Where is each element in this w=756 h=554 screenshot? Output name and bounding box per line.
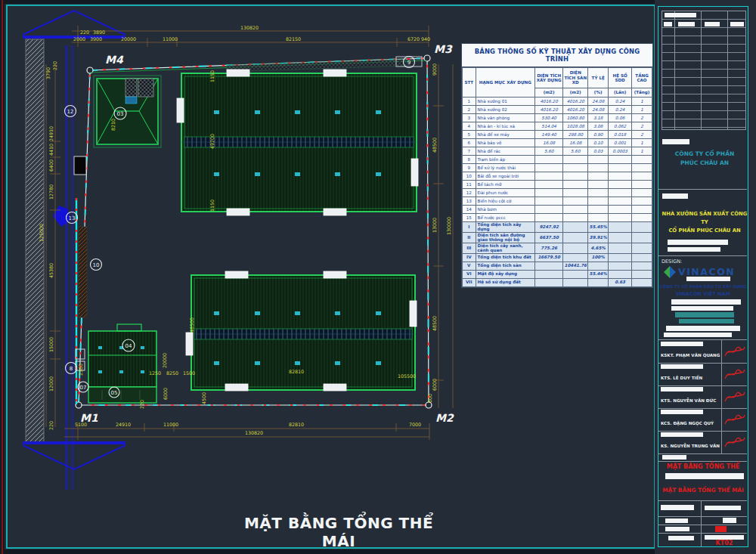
dim-label: 11000 [163,36,178,42]
cell-dtsan [563,270,588,278]
cell-name: Nhà để xe máy [476,131,535,139]
dim-label: 11000 [163,422,178,427]
cell-dtxd [535,172,563,181]
cell-dtxd: 514.04 [535,122,563,131]
cell-heso [609,243,632,253]
summary-row: IV Tổng diện tích khu đất 16679.50 100% [463,253,652,262]
cell-dtxd [535,164,563,172]
cell-tyle [588,156,609,164]
cell-name: Nhà văn phòng [476,114,535,122]
drawing-title: MẶT BẰNG TỔNG THỂ MÁI [227,514,451,554]
cell-dtsan [563,189,588,197]
cell-heso [609,222,632,233]
cell-stt: 12 [463,189,476,197]
cell-name: Nhà bơm [476,206,535,214]
svg-text:9: 9 [407,60,411,66]
summary-row: II Diện tích sân đường giao thông nội bộ… [463,232,652,243]
cell-tyle: 24.08 [588,106,609,114]
sheet-title: MẶT BẰNG TỔNG THỂ MÁI [658,487,748,494]
spec-table-summary: I Tổng diện tích xây dựng 9247.92 55.45%… [463,222,652,287]
cell-tang [632,214,652,222]
cell-heso [609,189,632,197]
signature-row: KS. NGUYỄN TRUNG VĂN [658,431,747,454]
cell-tyle: 100% [588,253,609,262]
cell-name: Diện tích cây xanh, cảnh quan [476,243,535,253]
col-header-dtsan: DIỆN TÍCH SÀN XD [563,68,588,88]
vinacon-logo-icon [664,266,676,278]
cell-stt: 9 [463,164,476,172]
cell-stt: 8 [463,156,476,164]
table-row: 9 Bể xử lý nước thải [463,164,652,172]
design-company-line1: CÔNG TY CỔ PHẦN ĐẦU TƯ XÂY DỰNG [658,284,748,289]
cell-dtxd [535,197,563,206]
cell-tyle: 3.08 [588,122,609,131]
unit-pct: (%) [588,88,609,97]
signer-name: KTS. LÊ DUY TIẾN [661,376,702,380]
cell-tyle: 0.03 [588,147,609,156]
cell-heso [609,214,632,222]
signer-name: KCS. ĐẶNG NGỌC QUÝ [661,421,714,426]
dim-label: 130000 [446,217,451,235]
svg-text:12: 12 [67,109,74,115]
cell-tang [632,164,652,172]
signature-scribble [723,388,746,406]
building-04-roof [88,324,156,387]
cell-heso [609,197,632,206]
cell-heso [609,164,632,172]
cell-tyle: 0.10 [588,139,609,147]
summary-row: V Tổng diện tích sàn 10441.76 [463,262,652,270]
svg-text:13: 13 [69,215,76,221]
cell-tyle [588,214,609,222]
cell-tang [632,181,652,189]
dim-label: 4410 [48,144,54,156]
dim-label: 82150 [286,36,301,42]
table-row: 3 Nhà văn phòng 530.40 1060.80 3.18 0.06… [463,114,652,122]
cell-dtsan: 298.80 [563,131,588,139]
cell-tyle [588,181,609,189]
dim-label: 3790 [45,67,51,79]
cell-stt: 1 [463,97,476,106]
summary-row: VI Mật độ xây dựng 55.44% [463,270,652,278]
dim-label: 24910 [116,422,131,427]
cell-dtsan [563,197,588,206]
cell-heso [609,262,632,270]
cell-dtsan: 1028.08 [563,122,588,131]
cell-tang [632,278,652,286]
dim-label: 20000 [162,353,167,368]
cell-tang [632,243,652,253]
dim-label: 105500 [398,373,416,379]
unit-m2: (m2) [563,88,588,97]
design-label: DESIGN: [662,258,682,265]
table-row: 6 Nhà bảo vệ 16.08 16.08 0.10 0.001 1 [463,139,652,147]
building-05-roof [88,387,156,403]
cell-heso [609,156,632,164]
dim-label: 125000 [39,224,44,242]
dim-label: 940 [421,36,430,42]
cell-tang [632,262,652,270]
cell-tang: 2 [632,131,652,139]
dim-label: 4500 [201,392,206,404]
col-header-stt: STT [463,68,476,97]
cell-heso [609,232,632,243]
cell-dtsan: 5.60 [563,147,588,156]
signature-scribble [723,433,746,451]
cell-heso: 0.63 [609,278,632,286]
office-roof [94,76,161,147]
dim-label: 82810 [289,369,304,374]
cell-tyle [588,278,609,286]
unit-m2: (m2) [535,88,563,97]
cell-name: Nhà ăn - kí túc xá [476,122,535,131]
cell-dtxd [535,262,563,270]
signer-name: KSKT. PHẠM VĂN QUANG [661,353,720,357]
cell-dtsan [563,214,588,222]
cell-stt: 2 [463,106,476,114]
cell-dtsan: 16.08 [563,139,588,147]
table-row: 5 Nhà để xe máy 149.40 298.80 0.90 0.018… [463,131,652,139]
cell-name: Nhà xưởng 02 [476,106,535,114]
dim-label: 1250 [149,370,161,376]
table-row: 12 Đài phun nước [463,189,652,197]
cell-heso: 0.0003 [609,147,632,156]
cell-dtsan [563,222,588,233]
dim-label: 1150 [209,200,215,212]
cell-dtxd: 4016.20 [535,97,563,106]
